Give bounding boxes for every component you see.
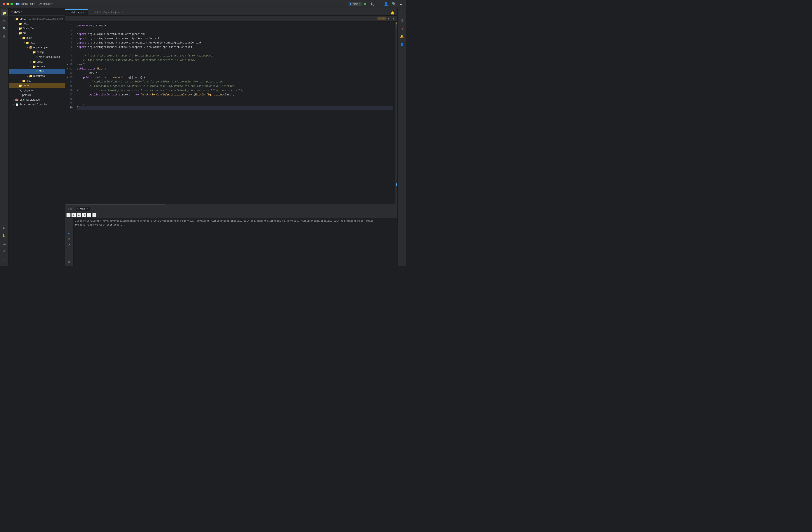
line-num-19: 19 bbox=[65, 101, 73, 106]
sidebar-item-project[interactable]: 📁 bbox=[1, 10, 8, 16]
tree-item-idea[interactable]: ▸ 📁 .idea bbox=[9, 21, 64, 26]
search-everywhere-button[interactable]: 🔍 bbox=[391, 1, 397, 7]
sidebar-item-git[interactable]: ⑂ bbox=[1, 256, 8, 263]
tab-main-configuration-java[interactable]: J MainConfiguration.java ✕ bbox=[88, 10, 126, 15]
minimize-button[interactable] bbox=[6, 3, 9, 5]
run-more-button[interactable]: ⋮ bbox=[92, 213, 97, 218]
run-stop-button[interactable]: ■ bbox=[71, 213, 76, 218]
tree-item-org-example[interactable]: ▾ 📦 org.example bbox=[9, 45, 64, 50]
project-panel-header: Project ▾ bbox=[9, 8, 64, 16]
run-tab-run[interactable]: Run bbox=[67, 207, 75, 211]
tree-item-scratches[interactable]: ▸ 📋 Scratches and Consoles bbox=[9, 102, 64, 107]
run-panel-tabs: Run © Main ✕ bbox=[65, 206, 397, 212]
run-wrap-button[interactable]: ↩ bbox=[67, 231, 72, 236]
right-sidebar-user[interactable]: 👤 bbox=[398, 41, 405, 47]
run-resume-button[interactable]: ▶ bbox=[76, 213, 81, 218]
run-button[interactable]: ▶ bbox=[363, 1, 368, 7]
settings-button[interactable]: ⚙ bbox=[398, 1, 403, 7]
horizontal-scrollbar[interactable] bbox=[65, 204, 397, 206]
folder-icon: 📁 bbox=[18, 22, 22, 25]
notification-button[interactable]: 🔔 bbox=[390, 10, 395, 15]
tree-item-pom[interactable]: m̈ pom.xml bbox=[9, 93, 64, 97]
branch-name: master bbox=[43, 2, 50, 5]
run-output[interactable]: /Users/eve/Library/Java/JavaVirtualMachi… bbox=[73, 218, 397, 266]
run-line-button[interactable]: ▶ bbox=[66, 63, 69, 66]
left-sidebar: 📁 ⌘ 🔍 ⊞ ⋯ ▶ 🐛 ☁ ⊙ ⑂ bbox=[0, 8, 9, 266]
breadcrumb-prev-button[interactable]: ∧ bbox=[387, 16, 391, 21]
tree-item-src[interactable]: ▾ 📁 src bbox=[9, 31, 64, 36]
right-sidebar-maven[interactable]: m bbox=[398, 25, 405, 32]
sidebar-item-todo[interactable]: ⊙ bbox=[1, 248, 8, 255]
tree-item-resources[interactable]: ▸ 📁 resources bbox=[9, 74, 64, 78]
tree-item-entity[interactable]: ▸ 📁 entity bbox=[9, 59, 64, 64]
right-sidebar-notifications[interactable]: 🔔 bbox=[398, 33, 405, 40]
line-num-8: 8 bbox=[65, 54, 73, 58]
warnings-badge[interactable]: ⚠ 2 ▾ bbox=[377, 17, 386, 20]
run-config-name: Main bbox=[353, 3, 358, 5]
run-clear-button[interactable]: 🗑 bbox=[67, 260, 72, 264]
tab-close-button[interactable]: ✕ bbox=[83, 12, 85, 14]
sidebar-item-vcs[interactable]: ⌘ bbox=[1, 17, 8, 24]
run-tab-main[interactable]: © Main ✕ bbox=[76, 207, 90, 211]
project-tree[interactable]: ▾ 📁 SpringTest ~/Desktop/CS/JavaEE/2.Jav… bbox=[9, 16, 64, 266]
run-filter-button[interactable]: ⊞ bbox=[67, 237, 72, 241]
run-toolbar: ↺ ■ ▶ ⏸ → ⋮ bbox=[65, 212, 397, 218]
run-tab-close-button[interactable]: ✕ bbox=[86, 208, 88, 210]
tree-item-springtest-root[interactable]: ▾ 📁 SpringTest ~/Desktop/CS/JavaEE/2.Jav… bbox=[9, 16, 64, 21]
profile-button[interactable]: 👤 bbox=[383, 1, 389, 7]
run-scroll-end-button[interactable]: ↓ bbox=[67, 225, 72, 230]
sidebar-item-search[interactable]: 🔍 bbox=[1, 25, 8, 32]
line-num-2: 2 bbox=[65, 28, 73, 32]
sidebar-item-more[interactable]: ⋯ bbox=[1, 41, 8, 47]
project-name[interactable]: ST SpringTest ▾ bbox=[16, 2, 35, 5]
code-line-15: // ClassPathXmlApplicationContext is a c… bbox=[77, 84, 393, 88]
code-line-17: ApplicationContext context = new Annotat… bbox=[77, 93, 393, 97]
tree-item-main-folder[interactable]: ▾ 📁 main bbox=[9, 36, 64, 40]
run-regex-button[interactable]: .* bbox=[67, 242, 72, 247]
tree-item-gitignore[interactable]: 🔧 .gitignore bbox=[9, 88, 64, 93]
tree-item-main-java[interactable]: © Main bbox=[9, 69, 64, 74]
right-sidebar-db[interactable]: 🗄 bbox=[398, 17, 405, 24]
folder-icon: 📁 bbox=[32, 51, 36, 54]
sidebar-item-run[interactable]: ▶ bbox=[1, 224, 8, 232]
line-num-14: 14 bbox=[65, 80, 73, 84]
code-editor[interactable]: package org.example; import org.example.… bbox=[74, 22, 395, 204]
sidebar-item-structure[interactable]: ⊞ bbox=[1, 33, 8, 40]
folder-icon: 📚 bbox=[15, 98, 18, 101]
tab-main-java[interactable]: J Main.java ✕ bbox=[65, 9, 88, 15]
tree-item-main-configuration[interactable]: © MainConfiguration bbox=[9, 55, 64, 59]
sidebar-item-debug[interactable]: 🐛 bbox=[1, 232, 8, 239]
tree-item-external-libs[interactable]: ▸ 📚 External Libraries bbox=[9, 97, 64, 102]
tree-item-springtest-sub[interactable]: ▸ 📁 SpringTest bbox=[9, 26, 64, 31]
right-sidebar: ✦ 🗄 m 🔔 👤 bbox=[397, 8, 406, 266]
folder-icon: 📁 bbox=[26, 41, 29, 44]
branch-selector[interactable]: ⎇ master ▾ bbox=[39, 2, 53, 5]
sidebar-item-services[interactable]: ☁ bbox=[1, 240, 8, 247]
debug-button[interactable]: 🐛 bbox=[369, 1, 375, 6]
breadcrumb-next-button[interactable]: ∨ bbox=[392, 16, 396, 21]
right-sidebar-ai[interactable]: ✦ bbox=[398, 10, 405, 16]
run-step-button[interactable]: → bbox=[87, 213, 92, 218]
tab-close-button[interactable]: ✕ bbox=[121, 12, 123, 14]
tree-item-config[interactable]: ▾ 📁 config bbox=[9, 50, 64, 55]
run-panel: Run © Main ✕ ↺ ■ ▶ ⏸ → ⋮ ↑ ↓ bbox=[65, 206, 397, 266]
run-line-button[interactable]: ▶ bbox=[66, 67, 69, 71]
tree-item-target[interactable]: ▸ 📁 target bbox=[9, 83, 64, 88]
run-scroll-top-button[interactable]: ↑ bbox=[67, 220, 72, 225]
vertical-scrollbar[interactable]: ⚠ bbox=[395, 22, 397, 204]
tree-item-service[interactable]: ▾ 📁 service bbox=[9, 64, 64, 69]
tree-item-java[interactable]: ▾ 📁 java bbox=[9, 40, 64, 45]
maximize-button[interactable] bbox=[10, 3, 13, 5]
project-chevron: ▾ bbox=[34, 3, 35, 5]
run-config-selector[interactable]: ▶ Main ▾ bbox=[348, 2, 362, 6]
more-actions-button[interactable]: ⋯ bbox=[377, 1, 381, 6]
tree-item-test[interactable]: ▸ 📁 test bbox=[9, 78, 64, 83]
run-restart-button[interactable]: ↺ bbox=[66, 213, 71, 218]
close-button[interactable] bbox=[3, 3, 5, 5]
run-pause-button[interactable]: ⏸ bbox=[82, 213, 86, 218]
folder-icon: 📁 bbox=[32, 60, 36, 64]
run-line-button[interactable]: ▶ bbox=[66, 76, 69, 79]
editor-menu-button[interactable]: ⋮ bbox=[383, 10, 388, 15]
line-num-1: 1 bbox=[65, 23, 73, 28]
run-subtab-label: Main bbox=[80, 207, 85, 210]
